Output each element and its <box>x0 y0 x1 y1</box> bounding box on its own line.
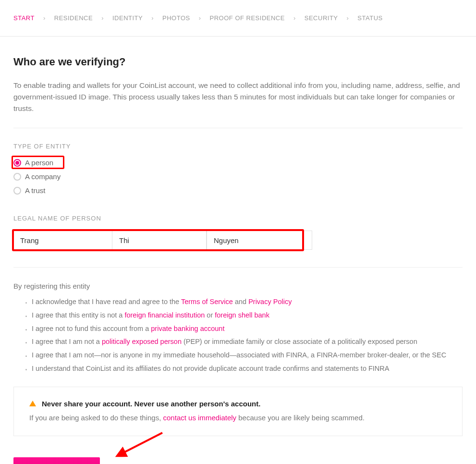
chevron-right-icon: › <box>151 14 154 22</box>
agreement-item: I understand that CoinList and its affil… <box>32 364 463 374</box>
chevron-right-icon: › <box>101 14 104 22</box>
breadcrumb-security[interactable]: SECURITY <box>305 14 338 22</box>
first-name-input[interactable] <box>13 231 112 250</box>
agreement-item: I agree that this entity is not a foreig… <box>32 310 463 321</box>
pep-link[interactable]: politically exposed person <box>102 338 182 345</box>
divider <box>13 267 463 268</box>
intro-text: To enable trading and wallets for your C… <box>13 80 463 114</box>
warning-title-row: Never share your account. Never use anot… <box>29 400 447 408</box>
breadcrumb: START › RESIDENCE › IDENTITY › PHOTOS › … <box>0 0 476 37</box>
warning-title: Never share your account. Never use anot… <box>42 400 260 408</box>
radio-person[interactable]: A person <box>13 159 463 167</box>
agreement-item: I agree not to fund this account from a … <box>32 324 463 334</box>
warning-box: Never share your account. Never use anot… <box>13 387 463 437</box>
middle-name-input[interactable] <box>112 231 207 250</box>
shell-bank-link[interactable]: foreign shell bank <box>215 311 269 319</box>
page-title: Who are we verifying? <box>13 56 463 68</box>
last-name-input[interactable] <box>207 231 312 250</box>
breadcrumb-proof[interactable]: PROOF OF RESIDENCE <box>210 14 285 22</box>
agreement-item: I acknowledge that I have read and agree… <box>32 297 463 307</box>
radio-label: A company <box>25 172 61 181</box>
chevron-right-icon: › <box>199 14 201 22</box>
entity-type-label: TYPE OF ENTITY <box>13 143 463 150</box>
legal-name-row <box>13 231 463 250</box>
warning-triangle-icon <box>29 401 36 406</box>
radio-icon <box>13 173 21 181</box>
private-banking-link[interactable]: private banking account <box>151 325 224 332</box>
legal-name-label: LEGAL NAME OF PERSON <box>13 215 463 222</box>
radio-trust[interactable]: A trust <box>13 186 463 195</box>
agreement-intro: By registering this entity <box>13 282 463 290</box>
breadcrumb-residence[interactable]: RESIDENCE <box>54 14 93 22</box>
radio-icon <box>13 187 21 195</box>
breadcrumb-identity[interactable]: IDENTITY <box>112 14 143 22</box>
agreement-item: I agree that I am not—nor is anyone in m… <box>32 350 463 361</box>
entity-type-group: A person A company A trust <box>13 159 463 195</box>
agreement-item: I agree that I am not a politically expo… <box>32 337 463 347</box>
breadcrumb-start[interactable]: START <box>13 14 35 22</box>
ffi-link[interactable]: foreign financial institution <box>124 311 205 319</box>
breadcrumb-photos[interactable]: PHOTOS <box>162 14 190 22</box>
radio-label: A person <box>25 159 53 167</box>
chevron-right-icon: › <box>347 14 349 22</box>
agreement-list: I acknowledge that I have read and agree… <box>13 297 463 374</box>
breadcrumb-status[interactable]: STATUS <box>357 14 382 22</box>
radio-label: A trust <box>25 186 46 195</box>
save-continue-button[interactable]: Save & Continue <box>13 457 100 464</box>
radio-icon <box>13 159 21 167</box>
privacy-link[interactable]: Privacy Policy <box>248 298 292 305</box>
warning-text: If you are being asked to do these thing… <box>29 413 447 424</box>
chevron-right-icon: › <box>43 14 46 22</box>
terms-link[interactable]: Terms of Service <box>181 298 233 305</box>
contact-us-link[interactable]: contact us immediately <box>163 414 237 422</box>
chevron-right-icon: › <box>293 14 296 22</box>
divider <box>13 128 463 128</box>
radio-company[interactable]: A company <box>13 172 463 181</box>
